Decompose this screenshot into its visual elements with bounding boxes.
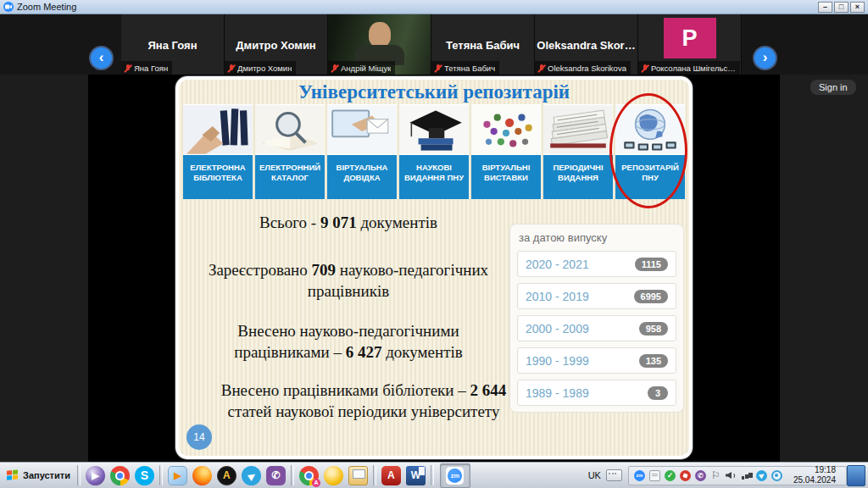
nav-tile-label: НАУКОВІ — [399, 163, 469, 173]
clipboard-tray-icon[interactable] — [649, 470, 660, 481]
minimize-button[interactable]: – — [818, 2, 832, 13]
participant-name: Яна Гоян — [121, 38, 224, 51]
facet-header: за датою випуску — [519, 231, 676, 244]
chrome-canary-icon[interactable] — [324, 466, 343, 485]
participant-label: Дмитро Хомин — [237, 64, 292, 73]
volume-tray-icon[interactable] — [726, 470, 737, 481]
nav-tile-label: ВИСТАВКИ — [471, 173, 541, 183]
taskbar-separator — [159, 465, 163, 485]
system-tray: zm ✓ ✆ ⚐ ▶ 19:18 25.04.2024 — [628, 466, 847, 485]
participant-name: Тетяна Бабич — [431, 38, 534, 51]
slide-page-number: 14 — [186, 424, 212, 450]
nav-tile-label: ВІРТУАЛЬНІ — [471, 163, 541, 173]
facet-count-badge: 1115 — [635, 258, 668, 271]
slide-title: Університетський репозитарій — [179, 81, 689, 103]
chevron-right-icon: › — [763, 50, 768, 64]
clock-date: 25.04.2024 — [793, 475, 836, 485]
virtual-exhibits-image — [471, 104, 541, 155]
close-button[interactable]: × — [850, 2, 865, 13]
total-commander-icon[interactable] — [348, 466, 368, 485]
nav-tile-label: ВИДАННЯ — [543, 173, 613, 183]
participant-label: Тетяна Бабич — [444, 64, 495, 73]
participant-name: Oleksandra Skor… — [535, 38, 637, 51]
participant-tile[interactable]: Дмитро Хомин Дмитро Хомин — [225, 14, 328, 75]
facet-row: 2020 - 2021 1115 — [517, 251, 676, 277]
participants-strip: ‹ Яна Гоян Яна Гоян Дмитро Хомин Дмитро … — [0, 14, 868, 75]
flag-tray-icon[interactable]: ⚐ — [710, 470, 721, 481]
zoom-taskbar-button[interactable]: zm — [440, 463, 470, 488]
facet-count-badge: 3 — [648, 386, 668, 400]
facet-count-badge: 958 — [639, 322, 668, 336]
nav-tile-label: ПЕРІОДИЧНІ — [543, 163, 613, 173]
participant-label: Яна Гоян — [134, 64, 168, 73]
participant-video-tile[interactable]: Андрій Міщук — [328, 14, 431, 75]
word-icon[interactable]: W — [406, 466, 426, 485]
nav-tile-scientific-editions: НАУКОВІ ВИДАННЯ ПНУ — [399, 104, 469, 199]
taskbar-separator — [373, 465, 376, 485]
nav-tile-label: ЕЛЕКТРОННИЙ — [255, 163, 325, 173]
presentation-slide: Університетський репозитарій ЕЛЕКТРОННА … — [175, 76, 693, 459]
skype-icon[interactable]: S — [135, 466, 154, 485]
viber-icon[interactable]: ✆ — [266, 466, 286, 485]
stat-staff-contributions: Внесено науково-педагогічними працівника… — [179, 320, 518, 363]
antivirus-tray-icon[interactable]: ✓ — [665, 470, 676, 481]
telegram-tray-icon[interactable]: ▶ — [756, 470, 767, 481]
chevron-left-icon: ‹ — [99, 50, 104, 64]
windows-logo-icon — [7, 469, 19, 482]
taskbar-separator — [291, 465, 294, 485]
facet-row: 1990 - 1999 135 — [517, 347, 676, 374]
viber-tray-icon[interactable]: ✆ — [695, 470, 706, 481]
zoom-icon: zm — [448, 469, 462, 483]
aimp-icon[interactable]: A — [217, 466, 236, 485]
eye-tray-icon[interactable] — [771, 470, 782, 481]
participant-name: Дмитро Хомин — [225, 38, 327, 51]
start-button[interactable]: Запустити — [3, 463, 75, 488]
minimized-window-button[interactable] — [847, 465, 865, 486]
participant-tile[interactable]: P Роксолана Шмігельс… — [638, 14, 742, 75]
participant-tile[interactable]: Яна Гоян Яна Гоян — [121, 14, 225, 75]
mic-muted-icon — [331, 64, 338, 73]
kmplayer-icon[interactable]: ▶ — [86, 466, 105, 485]
previous-participants-button[interactable]: ‹ — [91, 47, 112, 69]
stat-library-contributions: Внесено працівниками бібліотеки – 2 644 … — [179, 380, 548, 423]
participant-tile[interactable]: Тетяна Бабич Тетяна Бабич — [431, 14, 535, 75]
avast-browser-icon[interactable]: A — [299, 466, 319, 485]
facet-count-badge: 135 — [639, 354, 668, 368]
telegram-icon[interactable]: ▶ — [242, 466, 261, 485]
nav-tile-label: ВІРТУАЛЬНА — [327, 163, 397, 173]
facet-row: 1989 - 1989 3 — [517, 380, 676, 406]
chrome-icon[interactable] — [110, 466, 130, 485]
acrobat-reader-icon[interactable]: A — [381, 466, 401, 485]
electronic-catalog-image — [255, 104, 325, 155]
mic-muted-icon — [434, 64, 442, 73]
participant-label: Роксолана Шмігельс… — [651, 64, 736, 73]
media-player-icon[interactable]: ▶ — [168, 466, 187, 485]
scientific-editions-image — [399, 104, 469, 155]
avast-badge: A — [312, 479, 320, 487]
taskbar: Запустити ▶ S ▶ A ▶ ✆ A A W zm UK zm ✓ ✆… — [0, 462, 868, 488]
restore-button[interactable]: □ — [834, 2, 849, 13]
taskbar-clock[interactable]: 19:18 25.04.2024 — [793, 465, 836, 485]
window-titlebar: Zoom Meeting – □ × — [0, 0, 868, 14]
firefox-icon[interactable] — [192, 466, 212, 485]
facet-range: 2010 - 2019 — [526, 290, 589, 303]
zoom-tray-icon[interactable]: zm — [634, 470, 645, 481]
network-tray-icon[interactable] — [741, 470, 752, 481]
mic-muted-icon — [537, 64, 545, 73]
nav-tile-label: ДОВІДКА — [327, 173, 397, 183]
stat-registered-staff: Зареєстровано 709 науково-педагогічних п… — [179, 259, 518, 302]
aimp-tray-icon[interactable] — [680, 470, 691, 481]
highlight-ellipse — [609, 93, 687, 208]
periodicals-image — [543, 104, 613, 155]
nav-tile-periodicals: ПЕРІОДИЧНІ ВИДАННЯ — [543, 104, 613, 199]
nav-tile-electronic-library: ЕЛЕКТРОННА БІБЛІОТЕКА — [183, 104, 253, 199]
stat-total-documents: Всього - 9 071 документів — [179, 212, 518, 233]
facet-range: 2000 - 2009 — [526, 322, 589, 336]
sign-in-button[interactable]: Sign in — [810, 80, 856, 95]
nav-tile-label: БІБЛІОТЕКА — [183, 173, 253, 183]
keyboard-icon[interactable] — [606, 469, 622, 481]
next-participants-button[interactable]: › — [754, 47, 776, 69]
participant-tile[interactable]: Oleksandra Skor… Oleksandra Skorikova — [535, 14, 638, 75]
mic-muted-icon — [227, 64, 235, 73]
language-indicator[interactable]: UK — [583, 470, 606, 480]
